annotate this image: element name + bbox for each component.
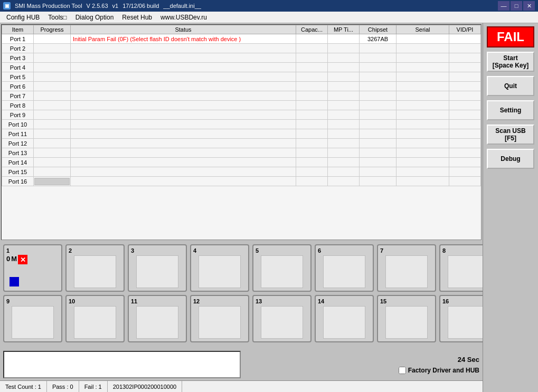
cell-serial [397, 110, 449, 120]
maximize-button[interactable]: □ [511, 1, 522, 11]
port-1-icons: 0 M ✕ [6, 255, 27, 264]
cell-chipset [360, 167, 397, 177]
cell-capacity [296, 177, 328, 186]
cell-item: Port 14 [2, 158, 34, 167]
table-header: Item Progress Status Capac... MP Ti... C… [2, 25, 481, 34]
cell-mp-time [328, 101, 360, 110]
port-cell-6: 6 [315, 244, 374, 292]
port-7-inner [385, 255, 428, 288]
col-serial: Serial [397, 25, 449, 34]
port-cell-3: 3 [128, 244, 187, 292]
cell-item: Port 7 [2, 91, 34, 101]
col-vid: VID/PI [449, 25, 481, 34]
cell-progress [34, 120, 71, 129]
cell-capacity [296, 167, 328, 177]
cell-vid [449, 110, 481, 120]
cell-mp-time [328, 177, 360, 186]
port-cell-11: 11 [128, 295, 187, 342]
minimize-button[interactable]: — [498, 1, 509, 11]
cell-serial [397, 120, 449, 129]
app-version: V 2.5.63 [87, 3, 108, 9]
cell-status [71, 72, 296, 82]
col-status: Status [71, 25, 296, 34]
cell-item: Port 15 [2, 167, 34, 177]
cell-mp-time [328, 139, 360, 148]
port-cell-5: 5 [252, 244, 312, 292]
factory-driver-label: Factory Driver and HUB [408, 367, 479, 374]
port-5-label: 5 [256, 247, 259, 254]
cell-item: Port 6 [2, 82, 34, 91]
cell-status [71, 44, 296, 53]
cell-vid [449, 158, 481, 167]
cell-vid [449, 167, 481, 177]
cell-status [71, 91, 296, 101]
setting-button[interactable]: Setting [487, 100, 534, 120]
table-area[interactable]: Item Progress Status Capac... MP Ti... C… [1, 24, 482, 240]
port-8-label: 8 [442, 247, 446, 254]
menu-dialog-option[interactable]: Dialog Option [71, 13, 118, 22]
cell-serial [397, 158, 449, 167]
close-button[interactable]: ✕ [523, 1, 535, 11]
start-button[interactable]: Start[Space Key] [487, 52, 534, 72]
left-panel: Item Progress Status Capac... MP Ti... C… [0, 23, 483, 392]
cell-item: Port 1 [2, 34, 34, 44]
status-pass: Pass : 0 [47, 381, 79, 392]
cell-item: Port 2 [2, 44, 34, 53]
cell-chipset [360, 139, 397, 148]
menu-tools[interactable]: Tools□ [44, 13, 71, 22]
cell-progress [34, 34, 71, 44]
port-8-inner [448, 255, 483, 288]
port-cell-10: 10 [65, 295, 125, 342]
debug-button[interactable]: Debug [487, 149, 534, 169]
table-row: Port 13 [2, 148, 481, 158]
table-row: Port 7 [2, 91, 481, 101]
cell-status [71, 148, 296, 158]
factory-driver-checkbox[interactable] [399, 367, 406, 374]
table-row: Port 5 [2, 72, 481, 82]
table-row: Port 9 [2, 110, 481, 120]
port-cell-7: 7 [377, 244, 436, 292]
cell-item: Port 10 [2, 120, 34, 129]
cell-status [71, 63, 296, 72]
table-row: Port 6 [2, 82, 481, 91]
table-row: Port 16 [2, 177, 481, 186]
log-input[interactable] [3, 351, 241, 378]
scan-usb-button[interactable]: Scan USB[F5] [487, 125, 534, 145]
main-content: Item Progress Status Capac... MP Ti... C… [0, 23, 538, 392]
table-row: Port 1Initial Param Fail (0F) (Select fl… [2, 34, 481, 44]
app-config: __default.ini__ [163, 3, 201, 9]
table-row: Port 3 [2, 53, 481, 63]
cell-vid [449, 72, 481, 82]
cell-serial [397, 177, 449, 186]
cell-chipset [360, 63, 397, 72]
port-14-label: 14 [318, 298, 324, 304]
cell-capacity [296, 110, 328, 120]
menu-config-hub[interactable]: Config HUB [2, 13, 44, 22]
port-cell-2: 2 [65, 244, 125, 292]
port-7-label: 7 [380, 247, 383, 254]
cell-progress [34, 129, 71, 139]
port-cell-12: 12 [190, 295, 249, 342]
port-11-inner [136, 306, 178, 339]
cell-capacity [296, 139, 328, 148]
app-title: SMI Mass Production Tool [15, 3, 82, 9]
cell-progress [34, 148, 71, 158]
quit-button[interactable]: Quit [487, 76, 534, 96]
col-mp-time: MP Ti... [328, 25, 360, 34]
port-3-inner [136, 255, 178, 288]
status-bar: Test Count : 1 Pass : 0 Fail : 1 201302I… [0, 380, 483, 392]
menu-reset-hub[interactable]: Reset Hub [118, 13, 156, 22]
cell-mp-time [328, 44, 360, 53]
port-table: Item Progress Status Capac... MP Ti... C… [2, 25, 481, 186]
cell-serial [397, 34, 449, 44]
cell-serial [397, 82, 449, 91]
port-1-label: 1 [6, 247, 10, 254]
cell-progress [34, 63, 71, 72]
cell-chipset [360, 101, 397, 110]
port-11-label: 11 [131, 298, 137, 304]
cell-status [71, 110, 296, 120]
table-row: Port 14 [2, 158, 481, 167]
port-cell-16: 16 [439, 295, 483, 342]
cell-mp-time [328, 148, 360, 158]
menu-usbdev[interactable]: www.USBDev.ru [156, 13, 211, 22]
